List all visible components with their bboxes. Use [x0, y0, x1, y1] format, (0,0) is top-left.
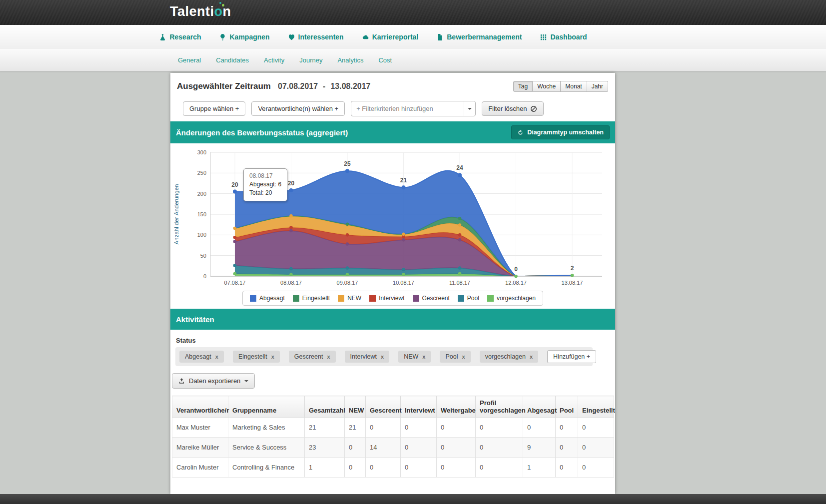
legend-swatch — [487, 295, 494, 302]
chart-point[interactable] — [458, 223, 462, 227]
subnav-item-general[interactable]: General — [178, 56, 201, 64]
range-button-woche[interactable]: Woche — [533, 81, 561, 92]
chart-point[interactable] — [233, 264, 237, 267]
subnav-item-journey[interactable]: Journey — [299, 56, 322, 64]
chart-point[interactable] — [514, 275, 518, 278]
chart-point[interactable] — [289, 214, 293, 218]
chip-label: Pool — [445, 353, 458, 360]
legend-label: Gescreent — [422, 295, 450, 302]
chart-point[interactable] — [233, 240, 237, 243]
chart-point[interactable] — [289, 188, 293, 192]
filter-criteria-select[interactable]: + Filterkriterien hinzufügen — [351, 101, 476, 116]
chart-point-label: 20 — [288, 180, 295, 187]
chart-point[interactable] — [571, 274, 574, 277]
subnav-item-candidates[interactable]: Candidates — [216, 56, 249, 64]
chart-point[interactable] — [346, 242, 349, 246]
chart-point[interactable] — [402, 268, 405, 271]
chart-point[interactable] — [233, 272, 237, 276]
subnav-item-analytics[interactable]: Analytics — [337, 56, 363, 64]
chart-point[interactable] — [458, 233, 462, 237]
add-status-chip-button[interactable]: Hinzufügen + — [547, 350, 596, 363]
table-cell: 1 — [523, 458, 556, 478]
chart-point[interactable] — [458, 238, 462, 242]
toggle-chart-type-label: Diagrammtyp umschalten — [527, 129, 604, 136]
chart-point[interactable] — [345, 169, 349, 173]
chip-close-icon[interactable]: x — [462, 354, 465, 360]
chart-point[interactable] — [402, 238, 405, 242]
chart-x-label: 11.08.17 — [449, 280, 470, 286]
chip-close-icon[interactable]: x — [422, 354, 425, 360]
chart-point[interactable] — [458, 217, 462, 220]
chart-point[interactable] — [346, 223, 349, 226]
chip-close-icon[interactable]: x — [530, 354, 533, 360]
range-button-tag[interactable]: Tag — [513, 81, 533, 92]
status-chip-vorgeschlagen[interactable]: vorgeschlagenx — [480, 351, 538, 363]
chip-close-icon[interactable]: x — [271, 354, 274, 360]
legend-item-new[interactable]: NEW — [338, 295, 361, 302]
range-button-jahr[interactable]: Jahr — [587, 81, 608, 92]
screen: Talention Research Kampagnen Interessent… — [0, 0, 826, 504]
legend-item-abgesagt[interactable]: Abgesagt — [250, 295, 285, 302]
chart-point[interactable] — [402, 185, 406, 189]
status-chip-gescreent[interactable]: Gescreentx — [289, 351, 336, 363]
activities-table-body: Max MusterMarketing & Sales21210000000Ma… — [172, 418, 614, 478]
chart-point[interactable] — [289, 273, 293, 276]
chart-point[interactable] — [233, 190, 237, 194]
status-chip-pool[interactable]: Poolx — [440, 351, 470, 363]
circle-slash-icon — [530, 105, 537, 112]
nav-item-dashboard[interactable]: Dashboard — [540, 33, 587, 41]
chart-point[interactable] — [402, 273, 405, 276]
nav-item-interessenten[interactable]: Interessenten — [288, 33, 344, 41]
status-chip-interviewt[interactable]: Interviewtx — [345, 351, 390, 363]
nav-item-research[interactable]: Research — [159, 33, 201, 41]
chart-point[interactable] — [233, 236, 237, 239]
status-chip-abgesagt[interactable]: Abgesagtx — [179, 351, 224, 363]
legend-item-eingestellt[interactable]: Eingestellt — [293, 295, 330, 302]
chart-point[interactable] — [289, 267, 293, 271]
clear-filter-button[interactable]: Filter löschen — [482, 101, 544, 116]
chart-point[interactable] — [233, 227, 237, 230]
chip-close-icon[interactable]: x — [327, 354, 330, 360]
status-label: Status — [176, 337, 614, 344]
toggle-chart-type-button[interactable]: Diagrammtyp umschalten — [511, 125, 610, 139]
status-chip-new[interactable]: NEWx — [398, 351, 431, 363]
table-cell: 0 — [366, 458, 401, 478]
nav-item-karriereportal[interactable]: Karriereportal — [362, 33, 419, 41]
nav-label: Bewerbermanagement — [447, 33, 522, 41]
chart-point[interactable] — [402, 232, 405, 236]
period-row: Ausgewählter Zeitraum 07.08.2017 - 13.08… — [170, 73, 615, 92]
select-group-button[interactable]: Gruppe wählen + — [183, 101, 245, 116]
nav-item-kampagnen[interactable]: Kampagnen — [219, 33, 269, 41]
chart-y-tick-label: 250 — [197, 170, 206, 176]
table-cell: 0 — [401, 438, 437, 458]
chart-point[interactable] — [458, 266, 462, 270]
export-data-button[interactable]: Daten exportieren — [172, 373, 255, 389]
chart-point[interactable] — [458, 173, 462, 177]
period-separator: - — [323, 82, 325, 91]
table-cell: 0 — [476, 458, 523, 478]
chart-point[interactable] — [289, 226, 293, 229]
chip-close-icon[interactable]: x — [381, 354, 384, 360]
chart-point[interactable] — [289, 229, 293, 233]
chevron-down-icon — [464, 101, 475, 116]
nav-item-bewerbermanagement[interactable]: Bewerbermanagement — [436, 33, 522, 41]
subnav-item-activity[interactable]: Activity — [264, 56, 284, 64]
status-chip-eingestellt[interactable]: Eingestelltx — [233, 351, 280, 363]
table-cell: 0 — [366, 418, 401, 438]
logo-text: Talenti — [170, 4, 214, 19]
subnav-item-cost[interactable]: Cost — [378, 56, 392, 64]
legend-item-pool[interactable]: Pool — [458, 295, 479, 302]
chart-point[interactable] — [458, 272, 462, 276]
bottom-bar — [0, 494, 826, 504]
chart-point[interactable] — [346, 266, 349, 270]
chip-close-icon[interactable]: x — [215, 354, 218, 360]
select-responsible-button[interactable]: Verantwortliche(n) wählen + — [251, 101, 345, 116]
chart-point[interactable] — [346, 273, 349, 276]
range-button-monat[interactable]: Monat — [561, 81, 587, 92]
chart-point[interactable] — [346, 233, 349, 237]
talention-logo[interactable]: Talention — [170, 4, 231, 19]
legend-item-interviewt[interactable]: Interviewt — [369, 295, 404, 302]
table-cell: 0 — [401, 418, 437, 438]
legend-item-vorgeschlagen[interactable]: vorgeschlagen — [487, 295, 536, 302]
legend-item-gescreent[interactable]: Gescreent — [413, 295, 450, 302]
